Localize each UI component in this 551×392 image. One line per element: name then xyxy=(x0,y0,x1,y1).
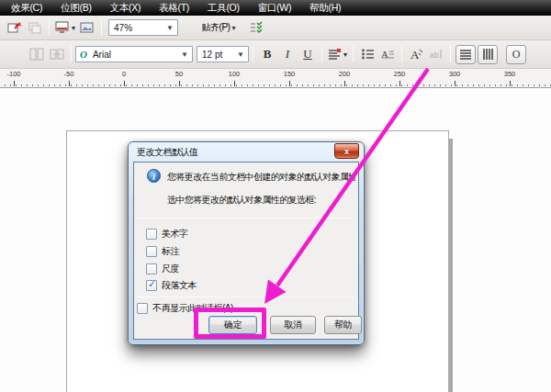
cancel-button[interactable]: 取消 xyxy=(270,316,316,334)
snap-to-dropdown[interactable]: 贴齐(P) ▾ xyxy=(192,18,245,37)
fullscreen-preview-button[interactable]: ▾ xyxy=(54,18,76,37)
export-icon xyxy=(28,21,42,34)
menu-help[interactable]: 帮助(H) xyxy=(300,0,350,16)
checkbox-box[interactable] xyxy=(146,263,157,274)
horizontal-text-icon xyxy=(459,48,472,61)
menu-window[interactable]: 窗口(W) xyxy=(249,0,300,16)
checkbox-label: 尺度 xyxy=(162,263,179,275)
toolbar-separator xyxy=(321,46,322,62)
edit-text-icon: A xyxy=(409,48,423,61)
bulleted-list-icon xyxy=(361,48,375,61)
checkbox-paragraph-text[interactable]: 段落文本 xyxy=(146,278,197,292)
drop-cap-icon: A xyxy=(381,48,395,61)
text-alignment-dropdown[interactable]: ▾ xyxy=(327,45,348,63)
help-button[interactable]: 帮助 xyxy=(324,316,362,334)
text-toolbar: O Arial ▼ 12 pt ▼ B I U ▾ A A xyxy=(0,40,551,69)
zoom-caret-icon: ▼ xyxy=(163,24,177,32)
alignment-caret-icon: ▾ xyxy=(343,50,347,59)
dialog-message-line2: 选中您将更改的默认对象属性的复选框: xyxy=(167,194,316,207)
zoom-level-value: 47% xyxy=(109,23,132,33)
ruler-label: 50 xyxy=(175,70,183,78)
ruler-label: 0 xyxy=(122,70,126,78)
menu-bitmaps[interactable]: 位图(B) xyxy=(51,0,101,16)
checkbox-box[interactable] xyxy=(146,229,157,240)
dialog-close-button[interactable]: x xyxy=(334,143,359,159)
divider xyxy=(138,218,354,218)
bold-button[interactable]: B xyxy=(258,45,276,63)
opentype-badge-icon: O xyxy=(76,49,87,60)
vertical-text-button[interactable] xyxy=(478,45,498,64)
dialog-title: 更改文档默认值 xyxy=(137,146,198,159)
import-icon xyxy=(7,21,22,34)
ruler-label: 250 xyxy=(394,70,406,78)
checkbox-label: 段落文本 xyxy=(162,279,197,292)
svg-text:ab: ab xyxy=(430,50,439,60)
divider xyxy=(138,297,354,297)
edit-text-button[interactable]: A xyxy=(407,45,425,63)
checkbox-box[interactable] xyxy=(146,246,157,257)
italic-button[interactable]: I xyxy=(278,45,297,63)
dialog-message-line1: 您将更改在当前文档中创建的对象的默认对象属性。 xyxy=(167,171,355,184)
ruler-label: 300 xyxy=(449,70,461,78)
close-icon: x xyxy=(344,147,349,156)
checkbox-label: 美术字 xyxy=(162,228,188,241)
drawing-canvas[interactable]: 更改文档默认值 x i 您将更改在当前文档中创建的对象的默认对象属性。 选中您将… xyxy=(0,88,551,392)
ruler-label: -50 xyxy=(64,70,74,78)
ruler-minor-ticks xyxy=(0,84,551,86)
checkbox-dimension[interactable]: 尺度 xyxy=(146,262,179,275)
toolbar-separator xyxy=(101,19,102,36)
view-mode-icon xyxy=(80,21,95,34)
fullscreen-caret-icon: ▾ xyxy=(72,24,75,32)
toolbar-separator xyxy=(49,19,50,36)
text-frame-link-button[interactable] xyxy=(48,45,66,63)
fullscreen-preview-icon xyxy=(55,21,70,34)
view-mode-button[interactable] xyxy=(78,18,96,37)
annotation-highlight-box xyxy=(194,308,266,339)
bulleted-list-button[interactable] xyxy=(358,45,377,63)
menu-effects[interactable]: 效果(C) xyxy=(2,0,51,16)
options-icon xyxy=(250,21,263,34)
toolbar-separator xyxy=(401,46,402,62)
ruler-label: -100 xyxy=(6,70,20,78)
text-frame-columns-button[interactable] xyxy=(28,45,46,63)
ruler-label: 100 xyxy=(229,70,241,78)
show-nonprinting-button[interactable]: ab xyxy=(427,45,445,63)
ruler-label: 200 xyxy=(339,70,351,78)
options-button[interactable] xyxy=(247,18,265,37)
underline-button[interactable]: U xyxy=(298,45,317,63)
font-family-combo[interactable]: O Arial ▼ xyxy=(75,46,193,62)
checkbox-callout[interactable]: 标注 xyxy=(146,244,179,258)
horizontal-text-button[interactable] xyxy=(455,45,476,64)
dialog-titlebar[interactable]: 更改文档默认值 xyxy=(129,142,364,162)
checkbox-box[interactable] xyxy=(146,280,157,291)
link-frames-icon xyxy=(50,48,64,61)
snap-caret-icon: ▾ xyxy=(231,24,235,32)
checkbox-artistic-text[interactable]: 美术字 xyxy=(146,227,188,241)
snap-to-label: 贴齐(P) xyxy=(202,21,231,34)
toolbar-separator xyxy=(253,46,253,62)
font-family-caret-icon: ▼ xyxy=(177,50,192,59)
info-icon: i xyxy=(147,169,161,183)
nonprinting-chars-icon: ab xyxy=(429,48,444,61)
font-size-value: 12 pt xyxy=(197,50,222,60)
font-size-combo[interactable]: 12 pt ▼ xyxy=(197,46,249,62)
checkbox-box[interactable] xyxy=(137,303,148,314)
menu-tools[interactable]: 工具(O) xyxy=(198,0,249,16)
zoom-level-combo[interactable]: 47% ▼ xyxy=(108,19,178,36)
toolbar-separator xyxy=(450,46,451,62)
drop-cap-button[interactable]: A xyxy=(378,45,397,63)
ruler-label: 350 xyxy=(504,70,516,78)
opentype-toggle-button[interactable]: O xyxy=(506,45,526,64)
menu-bar: 效果(C) 位图(B) 文本(X) 表格(T) 工具(O) 窗口(W) 帮助(H… xyxy=(0,0,551,16)
font-family-value: Arial xyxy=(87,50,111,60)
import-button[interactable] xyxy=(6,18,24,37)
horizontal-ruler[interactable]: -100 -50 0 50 100 150 200 250 300 350 xyxy=(0,69,551,88)
toolbar-separator xyxy=(353,46,354,62)
export-button[interactable] xyxy=(26,18,44,37)
font-size-caret-icon: ▼ xyxy=(233,50,248,59)
toolbar-separator xyxy=(71,46,72,62)
menu-text[interactable]: 文本(X) xyxy=(101,0,151,16)
ruler-label: 150 xyxy=(284,70,296,78)
menu-table[interactable]: 表格(T) xyxy=(150,0,198,16)
vertical-text-icon xyxy=(481,48,494,61)
